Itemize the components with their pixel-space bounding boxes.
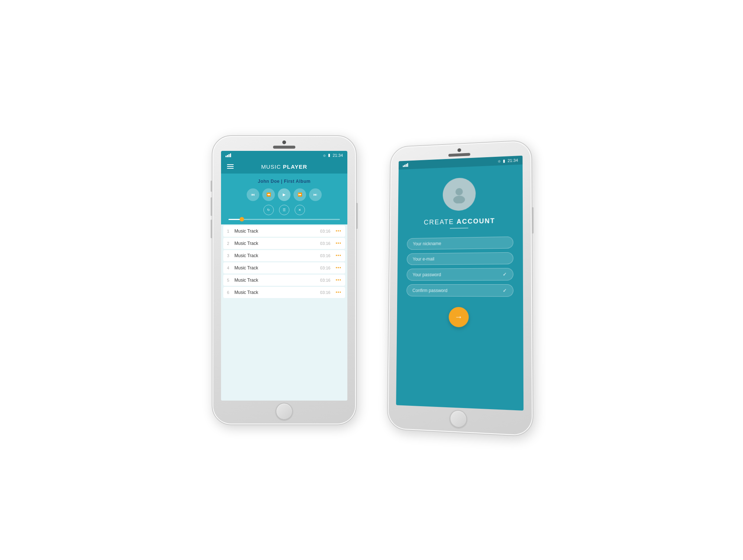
track-more-icon[interactable]: ••• bbox=[335, 278, 341, 283]
submit-button[interactable]: → bbox=[449, 307, 469, 327]
phone-screen-music: ⌾ ▮ 21:34 MUSIC PLAYER John Doe | First bbox=[221, 151, 347, 401]
track-duration: 03:16 bbox=[320, 266, 331, 270]
nickname-field[interactable]: Your nickname bbox=[407, 236, 513, 250]
confirm-password-field[interactable]: Confirm password bbox=[406, 284, 513, 297]
confirm-password-placeholder: Confirm password bbox=[412, 288, 447, 293]
controls-row: ⏮ ⏪ ▶ ⏩ ⏭ bbox=[227, 188, 341, 201]
side-button-mute[interactable] bbox=[211, 181, 212, 192]
nickname-placeholder: Your nickname bbox=[413, 241, 441, 246]
battery-icon: ▮ bbox=[503, 158, 505, 163]
progress-bar[interactable] bbox=[228, 219, 340, 220]
track-more-icon[interactable]: ••• bbox=[335, 241, 341, 246]
side-button-vol-down[interactable] bbox=[211, 220, 212, 238]
signal-icon bbox=[403, 163, 408, 167]
title-light: MUSIC bbox=[261, 164, 283, 170]
title-light: CREATE bbox=[424, 218, 457, 226]
title-underline bbox=[450, 227, 468, 229]
progress-thumb[interactable] bbox=[240, 217, 244, 221]
track-number: 2 bbox=[227, 241, 231, 246]
track-more-icon[interactable]: ••• bbox=[335, 290, 341, 295]
track-number: 5 bbox=[227, 278, 231, 282]
avatar-container bbox=[443, 177, 476, 211]
phone-1: ⌾ ▮ 21:34 MUSIC PLAYER John Doe | First bbox=[212, 135, 357, 425]
prev-button[interactable]: ⏪ bbox=[262, 188, 275, 201]
email-placeholder: Your e-mail bbox=[413, 256, 434, 262]
time-display: 21:34 bbox=[332, 153, 343, 158]
title-bold: ACCOUNT bbox=[457, 217, 495, 225]
password-placeholder: Your password bbox=[412, 272, 441, 277]
wifi-icon: ⌾ bbox=[323, 153, 326, 158]
track-item[interactable]: 1 Music Track 03:16 ••• bbox=[223, 226, 345, 237]
mode-row: ↻ ☰ ✕ bbox=[227, 205, 341, 215]
app-title: MUSIC PLAYER bbox=[261, 164, 307, 170]
play-button[interactable]: ▶ bbox=[278, 188, 291, 201]
track-list: 1 Music Track 03:16 ••• 2 Music Track 03… bbox=[221, 224, 347, 401]
status-right: ⌾ ▮ 21:34 bbox=[498, 158, 518, 163]
account-app-screen: ⌾ ▮ 21:34 CREATE ACCOUNT bbox=[396, 155, 523, 410]
svg-point-0 bbox=[455, 188, 463, 195]
title-bold: PLAYER bbox=[283, 164, 307, 170]
track-number: 3 bbox=[227, 253, 231, 258]
home-button[interactable] bbox=[276, 403, 293, 420]
track-duration: 03:16 bbox=[320, 229, 331, 233]
track-more-icon[interactable]: ••• bbox=[335, 265, 341, 271]
hamburger-icon bbox=[227, 166, 234, 167]
track-name: Music Track bbox=[234, 278, 317, 283]
track-name: Music Track bbox=[234, 229, 317, 234]
camera bbox=[282, 140, 286, 144]
svg-point-1 bbox=[453, 195, 465, 204]
side-button-power[interactable] bbox=[356, 203, 358, 229]
player-section: John Doe | First Album ⏮ ⏪ ▶ ⏩ ⏭ ↻ ☰ ✕ bbox=[221, 174, 347, 224]
track-more-icon[interactable]: ••• bbox=[335, 229, 341, 234]
playlist-button[interactable]: ☰ bbox=[279, 205, 289, 215]
track-more-icon[interactable]: ••• bbox=[335, 253, 341, 258]
battery-icon: ▮ bbox=[328, 153, 330, 158]
avatar-icon bbox=[450, 185, 468, 203]
track-name: Music Track bbox=[234, 265, 317, 271]
next-button[interactable]: ⏩ bbox=[293, 188, 306, 201]
phone-screen-account: ⌾ ▮ 21:34 CREATE ACCOUNT bbox=[396, 155, 523, 410]
phone-2: ⌾ ▮ 21:34 CREATE ACCOUNT bbox=[387, 139, 533, 437]
create-account-title: CREATE ACCOUNT bbox=[424, 217, 495, 226]
track-item[interactable]: 2 Music Track 03:16 ••• bbox=[223, 238, 345, 249]
signal-icon bbox=[226, 153, 231, 157]
hamburger-icon bbox=[227, 164, 234, 165]
nav-bar: MUSIC PLAYER bbox=[221, 160, 347, 174]
arrow-icon: → bbox=[455, 312, 463, 322]
avatar bbox=[443, 177, 476, 211]
close-button[interactable]: ✕ bbox=[295, 205, 305, 215]
side-button-vol-up[interactable] bbox=[211, 197, 212, 216]
track-number: 1 bbox=[227, 229, 231, 233]
track-name: Music Track bbox=[234, 290, 317, 295]
status-right: ⌾ ▮ 21:34 bbox=[323, 153, 343, 158]
next-next-button[interactable]: ⏭ bbox=[309, 188, 322, 201]
repeat-button[interactable]: ↻ bbox=[263, 205, 274, 215]
home-button[interactable] bbox=[450, 410, 467, 428]
password-field[interactable]: Your password bbox=[406, 268, 513, 281]
hamburger-button[interactable] bbox=[227, 164, 234, 169]
track-number: 4 bbox=[227, 266, 231, 270]
camera bbox=[457, 148, 461, 152]
album-info: John Doe | First Album bbox=[227, 179, 341, 184]
track-duration: 03:16 bbox=[320, 278, 331, 282]
track-name: Music Track bbox=[234, 241, 317, 246]
track-item[interactable]: 6 Music Track 03:16 ••• bbox=[223, 287, 345, 298]
status-bar: ⌾ ▮ 21:34 bbox=[221, 151, 347, 160]
speaker bbox=[448, 153, 470, 156]
track-item[interactable]: 5 Music Track 03:16 ••• bbox=[223, 275, 345, 286]
speaker bbox=[273, 146, 295, 149]
form-fields: Your nickname Your e-mail Your password … bbox=[406, 236, 513, 297]
track-number: 6 bbox=[227, 290, 231, 295]
wifi-icon: ⌾ bbox=[498, 159, 501, 163]
time-display: 21:34 bbox=[507, 158, 518, 163]
track-item[interactable]: 4 Music Track 03:16 ••• bbox=[223, 262, 345, 273]
prev-prev-button[interactable]: ⏮ bbox=[247, 188, 259, 201]
track-item[interactable]: 3 Music Track 03:16 ••• bbox=[223, 250, 345, 261]
track-name: Music Track bbox=[234, 253, 317, 258]
track-duration: 03:16 bbox=[320, 241, 331, 246]
phone-top bbox=[212, 136, 356, 149]
track-duration: 03:16 bbox=[320, 290, 331, 295]
hamburger-icon bbox=[227, 168, 234, 169]
side-button-power[interactable] bbox=[532, 207, 534, 233]
email-field[interactable]: Your e-mail bbox=[406, 252, 513, 265]
